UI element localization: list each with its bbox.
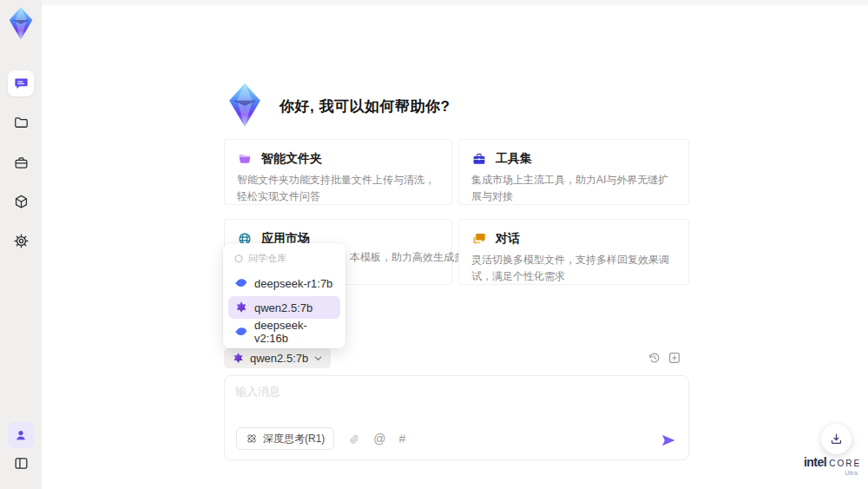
composer: 深度思考(R1) @ # [224,375,689,460]
chat-icon [13,76,30,92]
card-desc-visible-fragment: 本模板，助力高效生成多 [350,249,464,266]
composer-toolbar: 深度思考(R1) @ # [236,427,405,450]
download-button[interactable] [821,424,852,454]
download-icon [829,432,844,446]
user-icon [13,427,29,443]
message-input[interactable] [235,384,669,420]
sidebar-item-folders[interactable] [8,109,34,135]
deepseek-icon [234,276,248,290]
qwen-icon [232,352,245,365]
atom-icon [246,433,258,445]
titlebar-strip [42,0,868,5]
model-option-deepseek-r1[interactable]: deepseek-r1:7b [228,272,340,294]
model-option-deepseek-v2[interactable]: deepseek-v2:16b [228,320,340,343]
intel-wordmark: intel [804,455,826,469]
panel-icon [13,455,30,472]
model-dropdown: 问学仓库 deepseek-r1:7b qwen2.5:7b [223,243,345,348]
sidebar [0,0,42,489]
repo-icon [233,254,244,264]
model-option-label: deepseek-v2:16b [254,319,334,345]
gear-icon [13,233,30,249]
history-icon[interactable] [648,351,661,365]
sidebar-item-account[interactable] [8,422,34,448]
sidebar-item-chat[interactable] [8,70,34,96]
chevron-down-icon [313,354,323,363]
core-wordmark: core [829,459,861,468]
smart-folder-icon [237,151,253,167]
card-desc: 灵活切换多模型文件，支持多样回复效果调试，满足个性化需求 [471,252,676,284]
model-repo-label: 问学仓库 [248,252,286,265]
deep-think-button[interactable]: 深度思考(R1) [236,427,334,450]
sidebar-item-tools[interactable] [8,149,34,175]
toolset-icon [471,151,487,167]
card-desc: 智能文件夹功能支持批量文件上传与清洗，轻松实现文件问答 [237,172,439,204]
card-title: 对话 [496,231,520,247]
model-option-label: deepseek-r1:7b [254,277,332,290]
model-option-qwen[interactable]: qwen2.5:7b [228,296,340,319]
model-dropdown-header: 问学仓库 [228,248,340,270]
app-window: 你好, 我可以如何帮助你? 智能文件夹 智能文件夹功能支持批量文件上传与清洗，轻… [0,0,868,489]
app-logo-icon [7,5,35,42]
card-title: 工具集 [496,151,532,167]
hash-icon[interactable]: # [399,433,406,445]
greeting-title: 你好, 我可以如何帮助你? [279,96,450,116]
card-desc: 集成市场上主流工具，助力AI与外界无缝扩展与对接 [471,172,676,204]
qwen-icon [234,301,248,314]
send-icon[interactable] [660,432,677,449]
card-smart-folder[interactable]: 智能文件夹 智能文件夹功能支持批量文件上传与清洗，轻松实现文件问答 [224,139,452,205]
dialog-icon [471,231,487,247]
folder-icon [13,115,30,131]
ultra-label: Ultra [804,470,861,476]
at-icon[interactable]: @ [373,433,385,445]
model-option-label: qwen2.5:7b [254,301,312,314]
sidebar-item-settings[interactable] [8,228,34,254]
cube-icon [13,194,30,210]
deepseek-icon [234,325,248,339]
deep-think-label: 深度思考(R1) [263,432,325,446]
card-toolset[interactable]: 工具集 集成市场上主流工具，助力AI与外界无缝扩展与对接 [458,139,689,205]
selected-model-label: qwen2.5:7b [250,352,308,365]
toolbox-icon [13,155,30,171]
sidebar-item-models[interactable] [8,188,34,215]
intel-core-logo: intel core Ultra [804,455,861,476]
paperclip-icon[interactable] [347,433,360,446]
card-title: 智能文件夹 [261,151,322,167]
model-selector[interactable]: qwen2.5:7b [224,348,331,368]
card-dialog[interactable]: 对话 灵活切换多模型文件，支持多样回复效果调试，满足个性化需求 [458,219,689,285]
new-chat-icon[interactable] [667,351,681,365]
greeting-logo-icon [226,83,264,127]
sidebar-item-panel[interactable] [8,450,34,476]
